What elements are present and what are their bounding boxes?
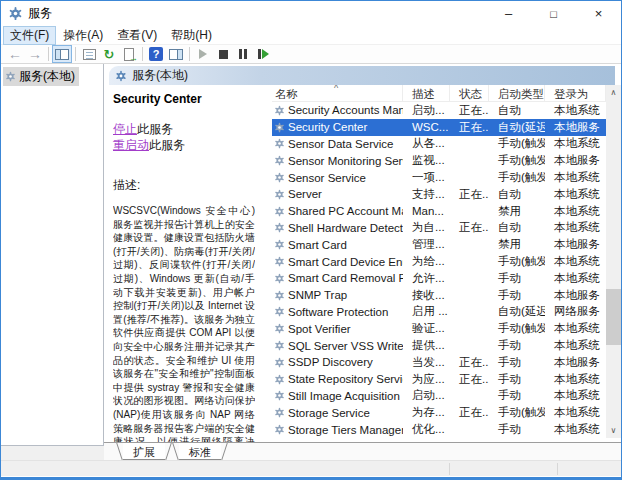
scroll-up-icon[interactable]: ∧	[606, 85, 621, 100]
service-row[interactable]: Sensor Monitoring Service 监视... 手动(触发...…	[272, 152, 606, 169]
service-row[interactable]: Smart Card Device Enum... 为给... 手动(触发...…	[272, 253, 606, 270]
tab-standard[interactable]: 标准	[179, 443, 221, 460]
service-startup-type-cell: 手动	[489, 337, 545, 354]
service-name-cell: Shared PC Account Mana...	[288, 205, 403, 217]
service-row[interactable]: Smart Card Removal Poli... 允许... 手动 本地系统	[272, 270, 606, 287]
service-description-cell: 提供...	[403, 337, 450, 354]
service-name-cell: Sensor Monitoring Service	[288, 155, 403, 167]
service-gear-icon	[274, 273, 285, 284]
minimize-button[interactable]: –	[486, 1, 531, 26]
forward-arrow-icon: →	[28, 47, 42, 61]
service-name-cell: Shell Hardware Detection	[288, 222, 403, 234]
console-tree-panel: 服务(本地)	[1, 64, 104, 460]
pause-service-button[interactable]	[233, 45, 253, 63]
column-header-name[interactable]: 名称 ^	[272, 85, 403, 101]
status-bar-divider	[449, 463, 450, 475]
service-row[interactable]: SNMP Trap 接收... 手动 本地服务	[272, 287, 606, 304]
start-service-button[interactable]	[193, 45, 213, 63]
service-status-cell	[450, 253, 489, 270]
maximize-button[interactable]: □	[531, 1, 576, 26]
column-header-description[interactable]: 描述	[403, 85, 450, 101]
service-status-cell: 正在...	[450, 102, 489, 119]
service-gear-icon	[274, 340, 285, 351]
service-status-cell: 正在...	[450, 371, 489, 388]
toolbar-separator	[142, 47, 143, 61]
service-description-cell: 管理...	[403, 236, 450, 253]
service-row[interactable]: Storage Tiers Managem... 优化... 手动 本地系统	[272, 421, 606, 438]
service-row[interactable]: Storage Service 为存... 正在... 手动(触发... 本地系…	[272, 404, 606, 421]
service-startup-type-cell: 禁用	[489, 203, 545, 220]
show-console-tree-button[interactable]	[52, 45, 72, 63]
column-header-status[interactable]: 状态	[450, 85, 489, 101]
back-button[interactable]: →	[5, 45, 25, 63]
window-title: 服务	[28, 5, 486, 22]
service-description-cell: 为给...	[403, 253, 450, 270]
service-gear-icon	[274, 172, 285, 183]
export-list-button[interactable]	[119, 45, 139, 63]
service-startup-type-cell: 手动(触发...	[489, 320, 545, 337]
service-list: 名称 ^ 描述 状态 启动类型 登录为 Security Accounts Ma…	[272, 85, 606, 442]
properties-button[interactable]	[79, 45, 99, 63]
view-tab-strip: 扩展 标准	[104, 442, 621, 460]
vertical-scrollbar[interactable]: ∧ ∨	[606, 85, 621, 438]
status-bar	[1, 460, 621, 476]
service-startup-type-cell: 手动	[489, 371, 545, 388]
service-name-cell: State Repository Service	[288, 373, 403, 385]
service-name-cell: Sensor Data Service	[288, 138, 393, 150]
service-logon-as-cell: 网络服务	[545, 304, 606, 321]
service-status-cell: 正在...	[450, 220, 489, 237]
tree-item-services-local[interactable]: 服务(本地)	[3, 67, 79, 86]
menu-action[interactable]: 操作(A)	[56, 26, 110, 45]
service-row[interactable]: Sensor Data Service 从各... 手动(触发... 本地系统	[272, 136, 606, 153]
service-row[interactable]: Server 支持... 正在... 自动 本地系统	[272, 186, 606, 203]
service-logon-as-cell: 本地系统	[545, 169, 606, 186]
service-status-cell	[450, 169, 489, 186]
service-gear-icon	[274, 424, 285, 435]
service-row[interactable]: Sensor Service 一项... 手动(触发... 本地系统	[272, 169, 606, 186]
restart-service-button[interactable]	[253, 45, 273, 63]
service-status-cell	[450, 136, 489, 153]
service-description-cell: Man...	[403, 203, 450, 220]
service-row[interactable]: SQL Server VSS Writer 提供... 手动 本地系统	[272, 337, 606, 354]
tab-extended[interactable]: 扩展	[123, 443, 165, 460]
service-row[interactable]: Spot Verifier 验证... 手动(触发... 本地系统	[272, 320, 606, 337]
menu-bar: 文件(F) 操作(A) 查看(V) 帮助(H)	[1, 26, 621, 45]
service-name-cell: Smart Card Device Enum...	[288, 256, 403, 268]
service-row[interactable]: Still Image Acquisition Ev... 启动... 手动 本…	[272, 388, 606, 405]
stop-service-button[interactable]	[213, 45, 233, 63]
service-status-cell	[450, 337, 489, 354]
service-status-cell	[450, 287, 489, 304]
service-row[interactable]: Security Accounts Manag... 启动... 正在... 自…	[272, 102, 606, 119]
list-header-row: 名称 ^ 描述 状态 启动类型 登录为	[272, 85, 606, 102]
service-startup-type-cell: 手动(触发...	[489, 169, 545, 186]
help-button[interactable]: ?	[146, 45, 166, 63]
menu-help[interactable]: 帮助(H)	[164, 26, 219, 45]
service-row[interactable]: Smart Card 管理... 禁用 本地服务	[272, 236, 606, 253]
service-logon-as-cell: 本地系统	[545, 186, 606, 203]
console-tree-icon	[55, 49, 69, 60]
close-button[interactable]: ×	[576, 1, 621, 26]
service-status-cell: 正在...	[450, 186, 489, 203]
menu-view[interactable]: 查看(V)	[110, 26, 164, 45]
column-header-logon-as[interactable]: 登录为	[545, 85, 606, 101]
service-row[interactable]: SSDP Discovery 当发... 正在... 手动 本地服务	[272, 354, 606, 371]
service-description-cell: 接收...	[403, 287, 450, 304]
forward-button[interactable]: →	[25, 45, 45, 63]
service-row[interactable]: Shell Hardware Detection 为自... 正在... 自动 …	[272, 220, 606, 237]
scroll-down-icon[interactable]: ∨	[606, 423, 621, 438]
stop-service-link[interactable]: 停止	[113, 122, 137, 136]
service-row[interactable]: Security Center WSC... 正在... 自动(延迟... 本地…	[272, 119, 606, 136]
menu-file[interactable]: 文件(F)	[3, 26, 56, 45]
service-startup-type-cell: 手动	[489, 270, 545, 287]
scrollbar-thumb[interactable]	[606, 289, 621, 345]
restart-service-link[interactable]: 重启动	[113, 138, 149, 152]
service-row[interactable]: Software Protection 启用 ... 自动(延迟... 网络服务	[272, 304, 606, 321]
refresh-button[interactable]: ↻	[99, 45, 119, 63]
show-action-pane-button[interactable]	[166, 45, 186, 63]
service-logon-as-cell: 本地系统	[545, 371, 606, 388]
service-logon-as-cell: 本地服务	[545, 287, 606, 304]
service-row[interactable]: Shared PC Account Mana... Man... 禁用 本地系统	[272, 203, 606, 220]
service-name-cell: SNMP Trap	[288, 289, 347, 301]
service-row[interactable]: State Repository Service 为应... 正在... 手动 …	[272, 371, 606, 388]
column-header-startup-type[interactable]: 启动类型	[489, 85, 545, 101]
